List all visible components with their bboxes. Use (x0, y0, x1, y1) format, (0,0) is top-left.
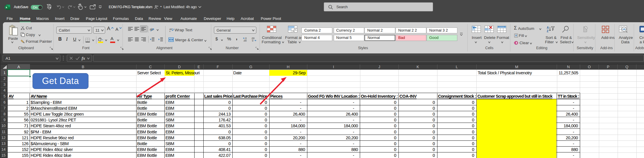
svg-text:A: A (547, 26, 549, 29)
svg-text:Z: Z (547, 30, 548, 32)
svg-text:0: 0 (252, 39, 253, 42)
svg-text:c: c (169, 30, 171, 32)
svg-text:x: x (6, 6, 7, 9)
svg-text:.00: .00 (243, 39, 247, 42)
